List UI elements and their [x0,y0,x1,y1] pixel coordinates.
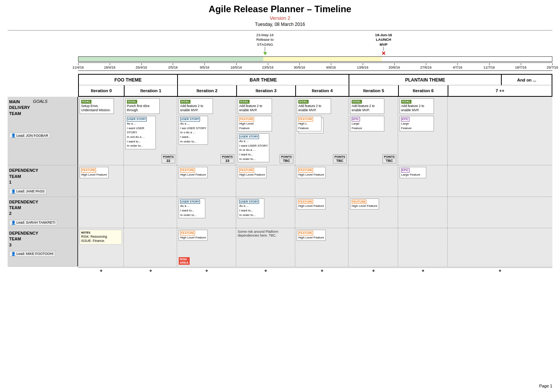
feature-dep1-0: FEATURE High Level Feature [80,167,109,178]
top-divider [8,30,552,30]
dep2-iter5: FEATURE High Level Feature [349,197,398,228]
points-main-3: POINTS TBC [280,154,293,163]
dep1-iter5 [349,165,398,196]
goal-card-main-6: GOAL Add feature 2 to enable MVP. [400,98,434,114]
main-iter6: GOAL Add feature 2 to enable MVP. EPIC L… [398,97,448,165]
dep3-iter0: NOTES RISK: Resourcing.ISSUE: Finance. [78,228,124,266]
milestones-area: 23-May-16Release toSTAGING 19-Jun-16LAUN… [78,33,552,56]
dep1-iter2: FEATURE High Level Feature [177,165,236,196]
dep2-iter6 [398,197,448,228]
dep2-iter3: USER STORY As a ...I want to...In order … [236,197,295,228]
theme-foo: FOO THEME [79,75,178,85]
iteration-3: Iteration 3 [237,85,296,96]
goal-card-main-3: GOAL Add feature 2 to enable MVP. [238,98,272,114]
feature-front-4: FEATURE High LFeature [297,116,322,131]
date-tick-11: 27/6/16 [420,63,432,69]
dep3-iter7 [448,228,552,266]
iteration-6: Iteration 6 [399,85,448,96]
milestone-staging: 23-May-16Release toSTAGING [252,33,278,55]
dep3-iter1 [124,228,177,266]
feature-card-main-3: FEATURE High LevelFeature [238,116,293,131]
us-card-main-3: USER STORY As a ...I want USER STORYIn o… [238,133,269,162]
bottom-tick-row: ◆ ◆ ◆ ◆ ◆ ◆ ◆ ◆ [78,267,552,272]
lead-jane: 👤 Lead: JANE PASS [9,189,46,194]
page: Agile Release Planner – Timeline Version… [0,0,560,392]
us-dep2-2: USER STORY As a ...I want to...In order … [179,198,205,219]
date-tick-8: 6/6/16 [326,63,336,69]
dep2-iter1 [124,197,177,228]
page-number: Page 1 [539,384,552,388]
team-dep2: DEPENDENCYTEAM2 👤 Lead: SARAH TANKRETI [8,197,78,228]
team-dep3: DEPENDENCYTEAM3 👤 Lead: MIKE FOOTOOHI [8,228,78,266]
date-tick-7: 30/5/16 [294,63,305,69]
main-iter0: GOAL Setup Envs. Understand Mission. [78,97,124,165]
iteration-0: Iteration 0 [79,85,125,96]
goal-card-main-5: GOAL Add feature 2 to enable MVP. [350,98,384,114]
notes-dep3: NOTES RISK: Resourcing.ISSUE: Finance. [80,230,122,245]
points-main-4: POINTS TBC [333,154,347,163]
points-main-1: POINTS 22 [162,154,175,163]
dep1-iter7 [448,165,552,196]
goal-card-main-2: GOAL Add feature 2 to enable MVP. [179,98,213,114]
lead-mike: 👤 Lead: MIKE FOOTOOHI [9,251,55,257]
date-tick-6: 23/5/16 [262,63,274,69]
iteration-1: Iteration 1 [125,85,178,96]
epic-card-main-5: EPIC LargeFeature [350,116,384,131]
date-ruler: 11/4/1618/4/1625/4/162/5/169/5/1616/5/16… [78,62,552,71]
feature-dep2-4: FEATURE High Level Feature [297,198,326,210]
date-tick-9: 13/6/16 [357,63,368,69]
points-main-2: POINTS 23 [221,154,234,163]
feature-dep1-4: FEATURE High Level Feature [297,167,326,178]
iteration-4: Iteration 4 [296,85,349,96]
dep2-iter7 [448,197,552,228]
dep2-iter2: USER STORY As a ...I want to...In order … [177,197,236,228]
epic-dep1-6: EPIC Large Feature [400,167,426,178]
date-tick-12: 4/7/16 [453,63,462,69]
team-main-delivery: MAINDELIVERYTEAM GOALS 👤 Lead: JON FOOBA… [8,97,78,165]
team-dep1: DEPENDENCYTEAM1 👤 Lead: JANE PASS [8,165,78,196]
goal-card-main-1: GOAL Punch first slice through. [125,98,160,114]
main-iter4: GOAL Add feature 2 to enable MVP. FEATUR… [295,97,349,165]
epic-card-main-6: EPIC LargeFeature [400,116,434,131]
lead-jon: 👤 Lead: JON FOOBAR [9,133,50,138]
date-tick-14: 18/7/16 [515,63,526,69]
version-label: Version 2 [8,15,552,21]
feature-dep3-4: FEATURE High Level Feature [297,230,326,241]
main-iter2: GOAL Add feature 2 to enable MVP. USER S… [177,97,236,165]
dep1-iter1 [124,165,177,196]
date-tick-4: 9/5/16 [200,63,209,69]
date-tick-2: 25/4/16 [136,63,147,69]
feature-dep1-3: FEATURE High Level Feature [238,167,267,178]
feature-dep1-2: FEATURE High Level Feature [179,167,208,178]
dep2-iter0 [78,197,124,228]
dep3-iter3: Some risk around Platform dependencies h… [236,228,295,266]
goal-card-main-4: GOAL Add feature 2 to enable MVP. [297,98,331,114]
feature-dep2-5: FEATURE High Level Feature [350,198,379,210]
theme-andon: And on ... [502,75,552,85]
feature-dep3-2: FEATURE High Level Feature [179,230,208,241]
iteration-7: 7 ++ [448,85,552,96]
dep2-iter4: FEATURE High Level Feature [295,197,349,228]
date-tick-3: 2/5/16 [168,63,178,69]
dep1-iter3: FEATURE High Level Feature [236,165,295,196]
main-iter3: GOAL Add feature 2 to enable MVP. FEATUR… [236,97,295,165]
dep1-iter0: FEATURE High Level Feature [78,165,124,196]
iteration-2: Iteration 2 [178,85,237,96]
points-main-5: POINTS TBC [382,154,396,163]
dep1-iter6: EPIC Large Feature [398,165,448,196]
us-stack-front-1: USER STORY As a ...I want USER STORYIn o… [125,116,156,149]
goal-card-main-0: GOAL Setup Envs. Understand Mission. [80,98,114,114]
us-stack-front-2: USER STORY As a ...I wa USER STORYIn o A… [179,116,208,145]
risk-badge-dep3: RISKAREA [179,257,190,265]
risk-text-dep3: Some risk around Platform dependencies h… [238,230,293,237]
milestone-launch: 19-Jun-16LAUNCHMVP ✕ [370,33,397,56]
date-tick-15: 25/7/16 [547,63,558,69]
us-dep2-3: USER STORY As a ...I want to...In order … [238,198,264,219]
iteration-5: Iteration 5 [349,85,399,96]
dep3-iter6 [398,228,448,266]
date-tick-1: 18/4/16 [104,63,115,69]
theme-plantain: PLANTAIN THEME [349,75,502,85]
date-tick-13: 11/7/16 [483,63,495,69]
dep3-iter2: FEATURE High Level Feature RISKAREA [177,228,236,266]
main-iter1: GOAL Punch first slice through. USER STO… [124,97,177,165]
